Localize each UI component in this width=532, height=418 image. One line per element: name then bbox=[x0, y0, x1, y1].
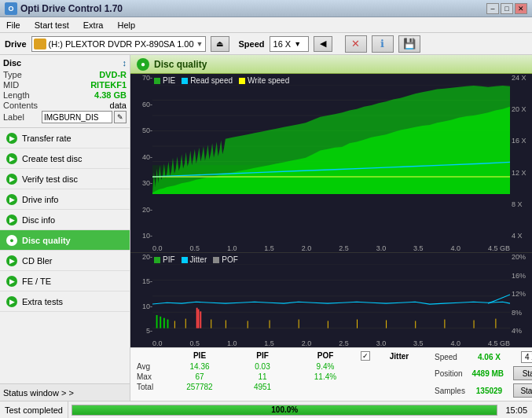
disc-contents-value: data bbox=[110, 101, 127, 110]
close-button[interactable]: ✕ bbox=[515, 3, 527, 14]
data-section: PIE PIF POF ✓ Jitter Avg 14.36 0.03 9.4% bbox=[130, 347, 532, 401]
menu-help[interactable]: Help bbox=[114, 20, 138, 31]
jitter-check[interactable]: ✓ Jitter bbox=[361, 351, 427, 361]
pif-legend-text: PIF bbox=[163, 255, 175, 264]
speed-info-row: Speed 4.06 X 4 X ▼ bbox=[435, 351, 532, 363]
main-layout: Disc ↕ Type DVD-R MID RITEKF1 Length 4.3… bbox=[0, 55, 532, 401]
menu-start-test[interactable]: Start test bbox=[31, 20, 72, 31]
chart-container: PIE Read speed Write speed 70- 60- 50 bbox=[130, 74, 532, 347]
legend-pof: POF bbox=[213, 255, 238, 264]
jitter-checkbox[interactable]: ✓ bbox=[361, 351, 370, 361]
disc-label-label: Label bbox=[3, 112, 24, 122]
total-pif: 4951 bbox=[235, 383, 290, 391]
create-test-disc-icon: ▶ bbox=[6, 153, 17, 164]
app-icon: O bbox=[5, 2, 17, 15]
col-header-pif: PIF bbox=[235, 351, 290, 361]
svg-rect-22 bbox=[174, 321, 175, 328]
verify-test-disc-icon: ▶ bbox=[6, 174, 17, 185]
disc-quality-header: ● Disc quality bbox=[130, 55, 532, 74]
disc-quality-icon: ● bbox=[6, 235, 17, 246]
legend-pie: PIE bbox=[154, 76, 175, 85]
speed-label: Speed bbox=[239, 39, 265, 49]
svg-rect-17 bbox=[163, 318, 165, 328]
svg-rect-25 bbox=[226, 320, 226, 328]
svg-rect-34 bbox=[474, 320, 475, 328]
menu-file[interactable]: File bbox=[3, 20, 24, 31]
disc-type-value: DVD-R bbox=[99, 70, 127, 79]
stats-avg-row: Avg 14.36 0.03 9.4% bbox=[137, 362, 427, 371]
upper-legend: PIE Read speed Write speed bbox=[154, 76, 289, 85]
prev-button[interactable]: ◀ bbox=[314, 36, 332, 52]
read-speed-legend-text: Read speed bbox=[190, 76, 233, 85]
row-label-total: Total bbox=[137, 383, 164, 391]
legend-jitter: Jitter bbox=[182, 255, 207, 264]
nav-item-disc-info[interactable]: ▶ Disc info bbox=[0, 210, 130, 230]
stats-header-row: PIE PIF POF ✓ Jitter bbox=[137, 351, 427, 361]
nav-item-transfer-rate[interactable]: ▶ Transfer rate bbox=[0, 128, 130, 148]
speed-info-panel: Speed 4.06 X 4 X ▼ Position 4489 MB Star… bbox=[435, 351, 532, 398]
svg-rect-16 bbox=[160, 317, 161, 328]
drive-selector[interactable]: (H:) PLEXTOR DVDR PX-890SA 1.00 ▼ bbox=[31, 36, 206, 52]
info-button[interactable]: ℹ bbox=[372, 35, 394, 53]
nav-item-fe-te[interactable]: ▶ FE / TE bbox=[0, 271, 130, 292]
position-val: 4489 MB bbox=[472, 369, 504, 378]
disc-length-row: Length 4.38 GB bbox=[3, 90, 127, 100]
lower-legend: PIF Jitter POF bbox=[154, 255, 238, 264]
minimize-button[interactable]: – bbox=[486, 3, 499, 14]
window-title: Opti Drive Control 1.70 bbox=[20, 3, 123, 14]
stats-table: PIE PIF POF ✓ Jitter Avg 14.36 0.03 9.4% bbox=[137, 351, 427, 393]
col-header-pie: PIE bbox=[172, 351, 227, 361]
legend-read-speed: Read speed bbox=[182, 76, 233, 85]
speed-selector-control[interactable]: 4 X ▼ bbox=[521, 351, 532, 363]
read-speed-legend-dot bbox=[182, 78, 188, 84]
svg-rect-27 bbox=[270, 320, 270, 328]
nav-menu: ▶ Transfer rate ▶ Create test disc ▶ Ver… bbox=[0, 128, 130, 383]
status-completed-text: Test completed bbox=[5, 405, 63, 415]
save-button[interactable]: 💾 bbox=[398, 35, 420, 53]
lower-chart-svg bbox=[152, 264, 510, 330]
disc-section-expand[interactable]: ↕ bbox=[123, 58, 127, 68]
title-bar: O Opti Drive Control 1.70 – □ ✕ bbox=[0, 0, 532, 17]
nav-item-drive-info[interactable]: ▶ Drive info bbox=[0, 189, 130, 210]
nav-item-cd-bler[interactable]: ▶ CD Bler bbox=[0, 251, 130, 271]
y-axis-left-lower: 20- 15- 10- 5- bbox=[132, 253, 152, 335]
svg-rect-26 bbox=[248, 321, 248, 328]
avg-pof: 9.4% bbox=[298, 362, 353, 371]
status-window-toggle[interactable]: Status window > > bbox=[0, 383, 130, 401]
disc-contents-label: Contents bbox=[3, 101, 38, 110]
nav-item-verify-test-disc[interactable]: ▶ Verify test disc bbox=[0, 169, 130, 189]
svg-rect-28 bbox=[299, 320, 299, 328]
svg-rect-29 bbox=[328, 321, 328, 328]
disc-contents-row: Contents data bbox=[3, 101, 127, 110]
nav-item-extra-tests[interactable]: ▶ Extra tests bbox=[0, 292, 130, 312]
position-row: Position 4489 MB Start full bbox=[435, 366, 532, 380]
quality-title: Disc quality bbox=[154, 59, 207, 70]
speed-dropdown-arrow: ▼ bbox=[294, 40, 301, 48]
label-input[interactable] bbox=[42, 111, 112, 123]
samples-row: Samples 135029 Start part bbox=[435, 383, 532, 398]
maximize-button[interactable]: □ bbox=[501, 3, 513, 14]
start-full-button[interactable]: Start full bbox=[513, 366, 532, 380]
disc-type-row: Type DVD-R bbox=[3, 70, 127, 79]
status-window-label: Status window > > bbox=[3, 388, 74, 398]
drive-icon bbox=[34, 38, 46, 50]
nav-label-drive-info: Drive info bbox=[22, 195, 58, 204]
speed-selector-val: 4 X bbox=[525, 353, 532, 361]
eject-button[interactable]: ⏏ bbox=[211, 36, 229, 52]
eraser-button[interactable]: ✕ bbox=[345, 35, 367, 53]
disc-info-section: Disc ↕ Type DVD-R MID RITEKF1 Length 4.3… bbox=[0, 55, 130, 128]
pof-legend-dot bbox=[213, 257, 219, 263]
start-part-button[interactable]: Start part bbox=[513, 383, 532, 398]
label-edit-button[interactable]: ✎ bbox=[114, 111, 127, 123]
avg-pif: 0.03 bbox=[235, 362, 290, 371]
svg-rect-19 bbox=[196, 308, 198, 328]
nav-item-create-test-disc[interactable]: ▶ Create test disc bbox=[0, 148, 130, 169]
speed-selector[interactable]: 16 X ▼ bbox=[270, 36, 309, 52]
nav-item-disc-quality[interactable]: ● Disc quality bbox=[0, 230, 130, 251]
speed-value: 16 X bbox=[273, 39, 292, 49]
speed-key: Speed bbox=[435, 353, 457, 361]
svg-rect-32 bbox=[415, 321, 416, 328]
menu-extra[interactable]: Extra bbox=[80, 20, 107, 31]
avg-pie: 14.36 bbox=[172, 362, 227, 371]
disc-mid-row: MID RITEKF1 bbox=[3, 80, 127, 90]
